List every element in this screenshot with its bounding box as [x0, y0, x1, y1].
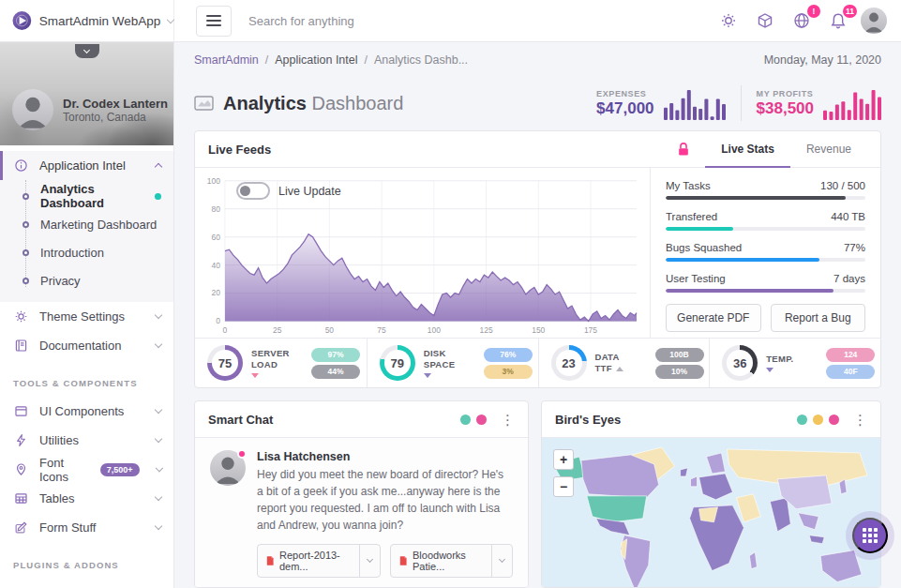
- table-icon: [12, 490, 30, 506]
- live-update-toggle[interactable]: [236, 182, 270, 200]
- current-date: Monday, May 11, 2020: [764, 53, 881, 67]
- nav-label: Application Intel: [39, 158, 126, 173]
- sidebar-item-font-icons[interactable]: Font Icons 7,500+: [0, 455, 173, 484]
- trend-down-icon: [251, 373, 259, 378]
- user-avatar[interactable]: [861, 8, 887, 34]
- topbar-actions: ! 11: [714, 7, 901, 35]
- sidebar-item-documentation[interactable]: Documentation: [0, 331, 173, 360]
- sidebar-item-application-intel[interactable]: Application Intel: [0, 151, 173, 180]
- smart-chat-header: Smart Chat ⋮: [195, 401, 528, 438]
- tile-label: DISK SPACE: [424, 348, 467, 379]
- data-ttf-ring: 23: [551, 345, 587, 381]
- breadcrumb-current: Analytics Dashb...: [374, 53, 468, 67]
- breadcrumb-separator: /: [265, 53, 268, 67]
- sidebar-item-introduction[interactable]: Introduction: [0, 238, 173, 266]
- profile-collapse-button[interactable]: [75, 44, 99, 58]
- y-axis-label: 20: [212, 289, 221, 298]
- breadcrumb-link-smartadmin[interactable]: SmartAdmin: [194, 53, 259, 67]
- edit-pencil-icon: [12, 520, 30, 535]
- app-logo-icon: [12, 10, 32, 31]
- status-badge: 44%: [311, 365, 360, 379]
- nav-label: Font Icons: [39, 456, 91, 484]
- attachments-row: Report-2013-dem... Bloodworks Patie...: [257, 544, 513, 578]
- page-header: Analytics Dashboard EXPENSES $47,000 MY …: [194, 76, 881, 130]
- nav-label: Analytics Dashboard: [40, 182, 155, 210]
- chevron-up-icon: [155, 163, 162, 171]
- panel-title: Smart Chat: [208, 413, 273, 427]
- nav-label: UI Components: [39, 404, 124, 418]
- brand[interactable]: SmartAdmin WebApp: [0, 0, 174, 41]
- sidebar-item-tables[interactable]: Tables: [0, 484, 173, 513]
- apps-button[interactable]: [751, 7, 779, 35]
- area-chart-icon: [194, 95, 214, 112]
- chat-message-list: Lisa Hatchensen Hey did you meet the new…: [195, 438, 528, 587]
- sidebar-item-ui-components[interactable]: UI Components: [0, 397, 173, 426]
- attachment-report[interactable]: Report-2013-dem...: [257, 544, 381, 578]
- kebab-menu-icon[interactable]: ⋮: [501, 413, 515, 427]
- generate-pdf-button[interactable]: Generate PDF: [666, 304, 761, 332]
- tab-live-stats[interactable]: Live Stats: [705, 131, 790, 167]
- map-zoom-in-button[interactable]: +: [553, 449, 574, 470]
- attachment-dropdown[interactable]: [359, 545, 380, 577]
- progress-bar: [666, 196, 846, 200]
- settings-button[interactable]: [714, 7, 743, 35]
- sidebar-item-marketing-dashboard[interactable]: Marketing Dashboard: [0, 210, 173, 238]
- kebab-menu-icon[interactable]: ⋮: [853, 413, 867, 427]
- live-update-label: Live Update: [278, 185, 341, 198]
- live-stats-sidebar: My Tasks130 / 500 Transfered440 TB Bugs …: [650, 168, 880, 338]
- profile-avatar[interactable]: [12, 89, 53, 130]
- status-badge: 76%: [484, 348, 533, 362]
- chevron-down-icon: [155, 435, 162, 443]
- y-axis-label: 40: [212, 261, 221, 270]
- progress-bar: [666, 258, 819, 262]
- profile-location: Toronto, Canada: [63, 111, 168, 124]
- main-content: SmartAdmin / Application Intel / Analyti…: [174, 42, 901, 588]
- notifications-button[interactable]: 11: [824, 7, 852, 35]
- profits-label: MY PROFITS: [757, 89, 814, 98]
- sidebar-profile: Dr. Codex Lantern Toronto, Canada: [0, 42, 173, 145]
- chat-message: Lisa Hatchensen Hey did you meet the new…: [210, 450, 513, 580]
- metric-divider: [741, 85, 742, 121]
- sidebar-item-theme-settings[interactable]: Theme Settings: [0, 302, 173, 331]
- bullet-icon: [23, 221, 29, 228]
- attachment-bloodworks[interactable]: Bloodworks Patie...: [390, 544, 513, 578]
- info-circle-icon: [12, 158, 30, 173]
- status-badge: 40F: [826, 365, 875, 379]
- attachment-dropdown[interactable]: [491, 545, 512, 577]
- expenses-sparkbars: [664, 86, 726, 120]
- x-axis-label: 150: [532, 325, 545, 335]
- brand-chevron-down-icon[interactable]: [167, 15, 174, 23]
- tab-revenue[interactable]: Revenue: [790, 131, 867, 167]
- message-sender: Lisa Hatchensen: [257, 450, 513, 463]
- alerts-button[interactable]: !: [788, 7, 816, 35]
- nav-section-plugins: PLUGINS & ADDONS: [0, 542, 173, 579]
- map-zoom-out-button[interactable]: −: [553, 476, 574, 497]
- bullet-icon: [23, 193, 29, 200]
- sidebar-item-form-stuff[interactable]: Form Stuff: [0, 513, 173, 542]
- kpi-tiles-row: 75 SERVER LOAD 97% 44% 79 DISK SPACE 76%…: [195, 338, 880, 387]
- world-map[interactable]: + −: [542, 438, 880, 587]
- status-dot-teal: [797, 415, 807, 425]
- temperature-ring: 36: [722, 345, 758, 381]
- nav-label: Introduction: [40, 246, 104, 260]
- chevron-down-icon: [155, 406, 162, 414]
- breadcrumb-link-application-intel[interactable]: Application Intel: [275, 53, 357, 67]
- chevron-down-icon: [155, 493, 162, 501]
- top-navbar: SmartAdmin WebApp !: [0, 0, 901, 42]
- live-feeds-panel: Live Feeds Live Stats Revenue Live Updat…: [194, 130, 881, 388]
- sidebar-item-privacy[interactable]: Privacy: [0, 266, 173, 294]
- lock-icon[interactable]: [677, 142, 690, 157]
- status-dot-yellow: [813, 415, 823, 425]
- sidebar-item-analytics-dashboard[interactable]: Analytics Dashboard: [0, 182, 173, 210]
- status-badge: 97%: [311, 348, 360, 362]
- bullet-icon: [23, 278, 29, 284]
- app-launcher-fab[interactable]: [852, 518, 888, 553]
- avatar[interactable]: [210, 450, 246, 486]
- sidebar-item-utilities[interactable]: Utilities: [0, 426, 173, 455]
- tile-data-ttf: 23 DATA TTF 100B 10%: [538, 339, 710, 387]
- menu-toggle-button[interactable]: [196, 6, 232, 37]
- report-bug-button[interactable]: Report a Bug: [771, 304, 866, 332]
- live-chart-area: Live Update 0204060801000255075100125150…: [195, 168, 650, 338]
- search-input[interactable]: [248, 14, 548, 28]
- nav-label: Utilities: [39, 433, 79, 447]
